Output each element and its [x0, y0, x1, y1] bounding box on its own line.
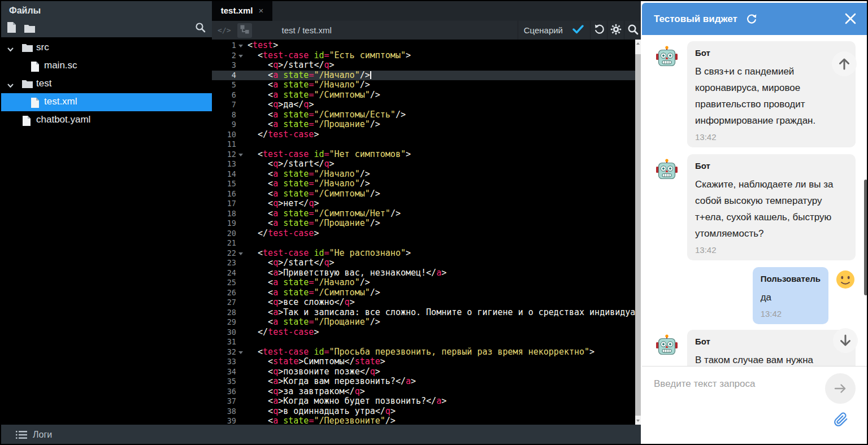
code-text: <q>/start</q>	[244, 60, 635, 71]
fold-arrow-icon[interactable]	[238, 55, 243, 58]
tree-item-label: test.xml	[44, 96, 77, 107]
breadcrumb: test / test.xml	[281, 25, 331, 35]
code-view-icon[interactable]: </>	[218, 26, 231, 34]
hierarchy-icon	[240, 24, 250, 37]
line-number: 32	[212, 347, 244, 357]
widget-title: Тестовый виджет	[654, 14, 737, 25]
code-line-27[interactable]: 27 <q>все сложно</q>	[212, 298, 635, 308]
code-line-9[interactable]: 9 <a state="/Прощание"/>	[212, 120, 635, 130]
code-line-3[interactable]: 3 <q>/start</q>	[212, 60, 635, 71]
code-text: <a state="/Симптомы/Нет"/>	[244, 209, 635, 219]
fold-arrow-icon[interactable]	[238, 252, 243, 255]
tree-item-test[interactable]: test	[0, 75, 212, 93]
code-text: <q>позвоните позже</q>	[244, 367, 635, 377]
fold-arrow-icon[interactable]	[238, 45, 243, 47]
code-line-13[interactable]: 13 <q>/start</q>	[212, 159, 635, 169]
code-line-5[interactable]: 5 <a state="/Начало"/>	[212, 80, 635, 90]
tab-close-icon[interactable]: ×	[258, 6, 263, 15]
code-line-11[interactable]: 11	[212, 139, 635, 150]
fold-arrow-icon[interactable]	[238, 154, 243, 156]
code-line-23[interactable]: 23 <q>/start</q>	[212, 258, 635, 268]
editor-scrollbar-thumb[interactable]	[635, 54, 641, 416]
line-number: 29	[212, 317, 244, 328]
settings-button[interactable]	[607, 21, 624, 40]
code-line-10[interactable]: 10 </test-case>	[212, 130, 635, 140]
scrollbar-up-arrow[interactable]	[636, 42, 640, 45]
code-line-39[interactable]: 39 <a state="/Перезвоните"/>	[212, 416, 635, 425]
code-line-33[interactable]: 33 <state>Симптомы</state>	[212, 357, 635, 367]
code-line-18[interactable]: 18 <a state="/Симптомы/Нет"/>	[212, 209, 635, 219]
new-folder-button[interactable]	[23, 23, 36, 36]
fold-arrow-icon[interactable]	[238, 351, 243, 354]
message-bubble: БотСкажите, наблюдаете ли вы за собой вы…	[687, 154, 856, 260]
undo-button[interactable]	[590, 21, 607, 40]
code-line-37[interactable]: 37 <a>Когда можно будет позвонить?</a>	[212, 396, 635, 407]
code-line-35[interactable]: 35 <a>Когда вам перезвонить?</a>	[212, 377, 635, 387]
code-line-15[interactable]: 15 <a state="/Начало"/>	[212, 179, 635, 189]
send-arrow-icon	[833, 381, 848, 396]
code-line-14[interactable]: 14 <a state="/Начало"/>	[212, 169, 635, 180]
code-line-25[interactable]: 25 <a state="/Начало"/>	[212, 278, 635, 288]
tab-test-xml[interactable]: test.xml ×	[212, 0, 272, 21]
code-line-19[interactable]: 19 <a state="/Прощание"/>	[212, 219, 635, 229]
chevron-down-icon[interactable]	[7, 81, 14, 92]
code-line-26[interactable]: 26 <a state="/Симптомы"/>	[212, 288, 635, 298]
toolbar-right: Сценарий	[518, 21, 641, 40]
code-line-31[interactable]: 31	[212, 337, 635, 347]
code-line-28[interactable]: 28 <a>Так и записала: все сложно. Помнит…	[212, 308, 635, 318]
code-line-2[interactable]: 2 <test-case id="Есть симптомы">	[212, 51, 635, 61]
code-line-34[interactable]: 34 <q>позвоните позже</q>	[212, 367, 635, 377]
graph-view-button[interactable]	[237, 23, 252, 38]
code-line-24[interactable]: 24 <a>Приветствую вас, незнакомец!</a>	[212, 268, 635, 278]
send-button[interactable]	[825, 373, 856, 404]
close-icon[interactable]	[844, 12, 857, 25]
code-text: <a state="/Прощание"/>	[244, 120, 635, 130]
list-icon	[15, 428, 28, 442]
code-line-20[interactable]: 20 </test-case>	[212, 229, 635, 239]
file-search-button[interactable]	[193, 21, 207, 35]
code-line-8[interactable]: 8 <a state="/Симптомы/Есть"/>	[212, 110, 635, 120]
code-editor[interactable]: 1<test>2 <test-case id="Есть симптомы">3…	[212, 40, 641, 425]
editor-scrollbar[interactable]	[635, 40, 641, 425]
code-line-36[interactable]: 36 <q>за завтраком</q>	[212, 387, 635, 397]
line-number: 9	[212, 120, 244, 130]
scroll-to-bottom-button[interactable]	[833, 328, 858, 353]
gear-icon	[610, 24, 622, 37]
code-line-12[interactable]: 12 <test-case id="Нет симптомов">	[212, 150, 635, 160]
code-line-38[interactable]: 38 <q>в одиннадцать утра</q>	[212, 407, 635, 417]
code-line-32[interactable]: 32 <test-case id="Просьба перезвонить, п…	[212, 347, 635, 357]
code-line-29[interactable]: 29 <a state="/Прощание"/>	[212, 317, 635, 328]
line-number: 5	[212, 80, 244, 90]
new-file-button[interactable]	[5, 21, 18, 35]
code-line-22[interactable]: 22 <test-case id="Не распознано">	[212, 248, 635, 259]
code-line-1[interactable]: 1<test>	[212, 41, 635, 51]
attach-file-button[interactable]	[833, 412, 849, 427]
file-explorer-title: Файлы	[9, 6, 41, 16]
code-line-21[interactable]: 21	[212, 238, 635, 248]
tree-item-chatbot-yaml[interactable]: chatbot.yaml	[0, 111, 212, 129]
code-line-6[interactable]: 6 <a state="/Симптомы"/>	[212, 90, 635, 101]
chat-scrollbar-thumb[interactable]	[864, 180, 867, 295]
message-input[interactable]	[654, 374, 823, 394]
validate-check-icon[interactable]	[572, 24, 584, 37]
code-line-16[interactable]: 16 <a state="/Симптомы"/>	[212, 189, 635, 199]
code-line-4[interactable]: 4 <a state="/Начало"/>	[212, 71, 635, 81]
tree-item-main-sc[interactable]: main.sc	[0, 57, 212, 75]
code-text: <state>Симптомы</state>	[244, 357, 635, 367]
scroll-to-top-button[interactable]	[832, 51, 857, 76]
code-text: <a state="/Начало"/>	[244, 179, 635, 189]
chevron-down-icon[interactable]	[7, 45, 14, 56]
editor-search-button[interactable]	[624, 21, 641, 40]
file-explorer-header: Файлы	[0, 0, 212, 37]
logs-bar[interactable]: Логи	[0, 425, 641, 445]
code-text: <q>в одиннадцать утра</q>	[244, 407, 635, 417]
code-text: </test-case>	[244, 229, 635, 239]
code-text	[244, 139, 635, 150]
tree-item-src[interactable]: src	[0, 39, 212, 57]
code-line-17[interactable]: 17 <q>нет</q>	[212, 199, 635, 209]
refresh-button[interactable]	[745, 13, 758, 25]
code-line-30[interactable]: 30 </test-case>	[212, 328, 635, 338]
code-line-7[interactable]: 7 <q>да</q>	[212, 100, 635, 110]
scrollbar-down-arrow[interactable]	[636, 420, 640, 422]
tree-item-test-xml[interactable]: test.xml	[0, 93, 212, 111]
